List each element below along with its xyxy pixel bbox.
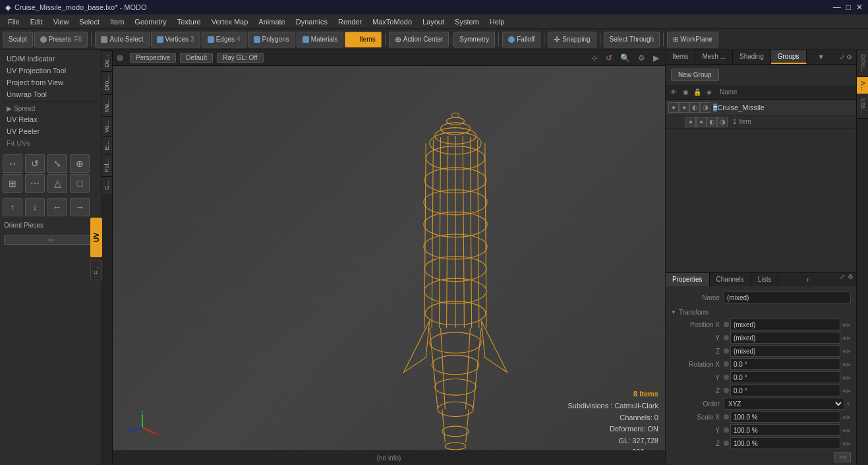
name-prop-input[interactable] (724, 292, 851, 303)
vertices-btn[interactable]: Vertices 3 (151, 32, 200, 47)
rotate-tool-icon[interactable]: ↺ (25, 154, 45, 173)
menu-view[interactable]: View (48, 16, 74, 27)
f-tab[interactable]: F... (90, 261, 102, 280)
sculpt-btn[interactable]: Sculpt (3, 32, 33, 47)
tab-mesh[interactable]: Mesh ... (695, 50, 733, 64)
menu-animate[interactable]: Animate (253, 16, 290, 27)
tab-items[interactable]: Items (666, 50, 695, 64)
scale-y-arr-left[interactable]: ◀ (842, 427, 846, 433)
snapping-btn[interactable]: ✛ Snapping (548, 32, 596, 47)
rot-x-arr-right[interactable]: ▶ (847, 361, 851, 367)
vert-tab-me[interactable]: Me... (102, 94, 112, 116)
rot-y-input[interactable] (730, 371, 840, 383)
props-tab-add[interactable]: + (800, 273, 815, 286)
rv-tab-use[interactable]: Use... (857, 94, 868, 119)
grid-icon[interactable]: ⊞ (3, 174, 22, 193)
down-icon[interactable]: ↓ (25, 198, 45, 216)
half2-btn[interactable]: ◑ (700, 102, 710, 113)
half-btn[interactable]: ◐ (689, 102, 700, 113)
left-icon[interactable]: ← (47, 198, 67, 216)
vert-tab-pol[interactable]: Pol... (102, 154, 112, 177)
uv-relax[interactable]: UV Relax (3, 113, 99, 125)
vert-tab-ve[interactable]: Ve... (102, 116, 112, 137)
menu-texture[interactable]: Texture (172, 16, 206, 27)
settings-icon[interactable]: ⚙ (846, 53, 852, 61)
vert-tab-dro[interactable]: Dro... (102, 71, 112, 94)
pos-y-arr-right[interactable]: ▶ (847, 335, 851, 341)
props-tab-properties[interactable]: Properties (666, 273, 710, 286)
workplane-btn[interactable]: ⊞ WorkPlane (667, 32, 718, 47)
pos-y-arr-left[interactable]: ◀ (842, 335, 846, 341)
falloff-btn[interactable]: Falloff (502, 32, 540, 47)
order-arr[interactable]: ▼ (846, 401, 851, 407)
menu-system[interactable]: System (449, 16, 484, 27)
vert-tab-e[interactable]: E... (102, 137, 112, 154)
pos-x-dot[interactable] (724, 322, 729, 327)
scale-y-input[interactable] (730, 424, 840, 436)
rot-y-arr-right[interactable]: ▶ (847, 375, 851, 381)
scale-x-arr-right[interactable]: ▶ (847, 414, 851, 420)
pos-z-arr-right[interactable]: ▶ (847, 348, 851, 354)
eye-btn2[interactable]: ● (685, 117, 696, 127)
items-btn[interactable]: Items (345, 32, 381, 47)
minimize-btn[interactable]: — (833, 3, 841, 12)
raygl-btn[interactable]: Ray GL: Off (217, 53, 264, 63)
scale-tool-icon[interactable]: ⤡ (47, 154, 67, 173)
expand-icon[interactable]: ⤢ (840, 53, 845, 61)
pos-z-dot[interactable] (724, 348, 729, 354)
symmetry-btn[interactable]: Symmetry (453, 32, 495, 47)
pos-x-arr-right[interactable]: ▶ (847, 322, 851, 328)
scale-x-arr-left[interactable]: ◀ (842, 414, 846, 420)
up-icon[interactable]: ↑ (3, 198, 22, 216)
rot-x-input[interactable] (730, 358, 840, 370)
uv-projection-tool[interactable]: UV Projection Tool (3, 65, 99, 77)
style-btn[interactable]: Default (180, 53, 213, 63)
presets-btn[interactable]: Presets F6 (34, 32, 88, 47)
materials-btn[interactable]: Materials (297, 32, 344, 47)
menu-item[interactable]: Item (105, 16, 129, 27)
cube-icon[interactable]: □ (70, 174, 90, 193)
solo-icon[interactable]: ◈ (704, 87, 714, 98)
menu-edit[interactable]: Edit (25, 16, 48, 27)
scale-z-input[interactable] (730, 437, 840, 449)
pos-x-arr-left[interactable]: ◀ (842, 322, 846, 328)
menu-dynamics[interactable]: Dynamics (291, 16, 333, 27)
rot-z-dot[interactable] (724, 388, 729, 393)
uv-peeler[interactable]: UV Peeler (3, 125, 99, 137)
new-group-button[interactable]: New Group (671, 69, 719, 81)
pos-y-dot[interactable] (724, 335, 729, 340)
scale-z-arr-left[interactable]: ◀ (842, 441, 846, 447)
half3-btn[interactable]: ◑ (717, 117, 728, 127)
scale-x-dot[interactable] (724, 414, 729, 419)
tab-shading[interactable]: Shading (733, 50, 771, 64)
render-icon[interactable]: ◉ (680, 87, 691, 98)
spread-section[interactable]: ▶ Spread (3, 104, 99, 113)
unwrap-tool[interactable]: Unwrap Tool (3, 88, 99, 100)
menu-file[interactable]: File (3, 16, 25, 27)
project-from-view[interactable]: Project from View (3, 77, 99, 88)
scale-y-arr-right[interactable]: ▶ (847, 427, 851, 433)
render-btn2[interactable]: ● (696, 117, 707, 127)
menu-help[interactable]: Help (484, 16, 510, 27)
vp-icon-3[interactable]: 🔍 (620, 53, 630, 63)
props-expand-btn[interactable]: >> (834, 452, 851, 462)
menu-layout[interactable]: Layout (417, 16, 449, 27)
props-tab-lists[interactable]: Lists (751, 273, 779, 286)
viewport-canvas[interactable]: X Y Z 8 Items Subdivisions : Catmull-Cla… (113, 66, 665, 465)
vp-icon-4[interactable]: ⚙ (638, 53, 645, 63)
vp-icon-2[interactable]: ↺ (606, 53, 612, 63)
close-btn[interactable]: ✕ (856, 3, 863, 12)
projection-btn[interactable]: Perspective (130, 53, 176, 63)
menu-render[interactable]: Render (333, 16, 367, 27)
transform-tool-icon[interactable]: ⊕ (70, 154, 90, 173)
scale-x-input[interactable] (730, 411, 840, 423)
pos-x-input[interactable] (730, 319, 840, 330)
dots-icon[interactable]: ⋯ (25, 174, 45, 193)
vert-tab-de[interactable]: De... (102, 50, 112, 71)
tab-groups[interactable]: Groups (771, 50, 807, 64)
right-icon[interactable]: → (70, 198, 90, 216)
eye-btn[interactable]: ● (668, 102, 679, 113)
udim-indicator[interactable]: UDIM Indicator (3, 53, 99, 65)
render-btn[interactable]: ● (679, 102, 689, 113)
rot-x-dot[interactable] (724, 361, 729, 367)
